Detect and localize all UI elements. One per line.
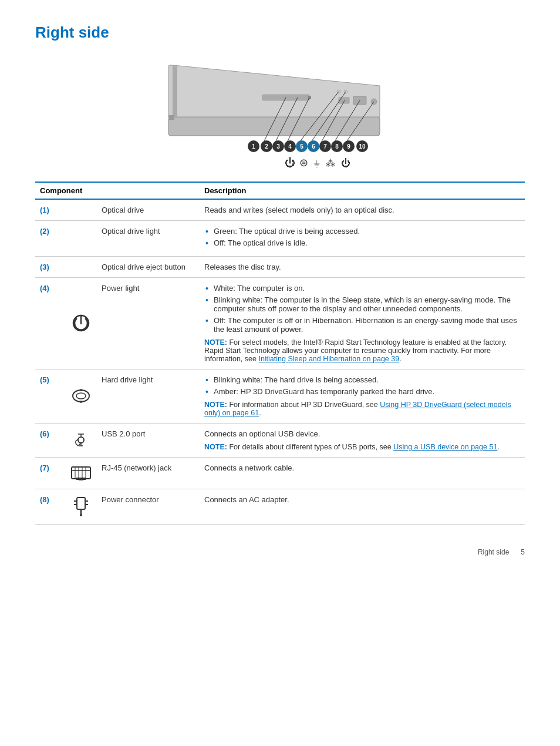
table-row: (8)Power connectorConnects an AC adapter… — [35, 489, 525, 525]
note-link[interactable]: Using a USB device on page 51 — [393, 443, 497, 451]
col-header-component: Component — [35, 182, 200, 199]
row-description: Connects an optional USB device. NOTE: F… — [200, 424, 525, 458]
footer-page: 5 — [521, 548, 525, 556]
svg-text:8: 8 — [335, 143, 339, 150]
svg-rect-3 — [173, 66, 177, 117]
table-row: (1)Optical driveReads and writes (select… — [35, 199, 525, 221]
desc-bullet: White: The computer is on. — [204, 284, 520, 293]
desc-bullet: Blinking white: The hard drive is being … — [204, 375, 520, 384]
page-title: Right side — [35, 23, 525, 42]
svg-point-70 — [80, 514, 82, 516]
svg-point-48 — [76, 393, 86, 399]
row-description: Reads and writes (select models only) to… — [200, 199, 525, 221]
note-label: NOTE: — [204, 401, 227, 409]
row-number: (6) — [35, 424, 65, 458]
svg-text:9: 9 — [347, 143, 350, 150]
note-block: NOTE: For details about different types … — [204, 443, 520, 451]
svg-point-51 — [78, 437, 84, 443]
row-component-name: RJ-45 (network) jack — [97, 458, 200, 489]
row-number: (3) — [35, 257, 65, 278]
svg-rect-7 — [339, 98, 349, 103]
row-icon — [65, 221, 97, 257]
row-component-name: Hard drive light — [97, 369, 200, 424]
row-number: (7) — [35, 458, 65, 489]
row-icon — [65, 278, 97, 369]
row-number: (4) — [35, 278, 65, 369]
note-block: NOTE: For information about HP 3D DriveG… — [204, 401, 520, 417]
svg-text:7: 7 — [323, 143, 327, 150]
row-component-name: Optical drive light — [97, 221, 200, 257]
svg-text:⁂: ⁂ — [326, 158, 335, 168]
row-icon — [65, 199, 97, 221]
svg-text:⏻: ⏻ — [341, 158, 350, 168]
col-header-description: Description — [200, 182, 525, 199]
row-description: Connects an AC adapter. — [200, 489, 525, 525]
row-icon — [65, 424, 97, 458]
row-description: Blinking white: The hard drive is being … — [200, 369, 525, 424]
svg-marker-2 — [173, 65, 380, 117]
svg-text:10: 10 — [359, 143, 366, 150]
row-icon — [65, 369, 97, 424]
footer-label: Right side — [478, 548, 509, 556]
svg-text:⏚: ⏚ — [314, 158, 320, 168]
row-description: Green: The optical drive is being access… — [200, 221, 525, 257]
note-link[interactable]: Initiating Sleep and Hibernation on page… — [258, 355, 399, 363]
note-label: NOTE: — [204, 338, 227, 347]
desc-text: Connects an AC adapter. — [204, 495, 289, 504]
desc-list: Green: The optical drive is being access… — [204, 227, 520, 247]
row-component-name: Optical drive — [97, 199, 200, 221]
desc-bullet: Green: The optical drive is being access… — [204, 227, 520, 236]
svg-text:1: 1 — [252, 143, 255, 150]
note-text: For details about different types of USB… — [229, 443, 393, 451]
svg-rect-64 — [77, 498, 85, 509]
note-label: NOTE: — [204, 443, 227, 451]
table-row: (7)RJ-45 (network) jackConnects a networ… — [35, 458, 525, 489]
page-footer: Right side 5 — [35, 548, 525, 556]
desc-bullet: Off: The computer is off or in Hibernati… — [204, 316, 520, 334]
row-component-name: Power connector — [97, 489, 200, 525]
svg-text:2: 2 — [265, 143, 268, 150]
row-number: (2) — [35, 221, 65, 257]
laptop-diagram-svg: 1 2 3 4 5 6 7 8 9 10 — [133, 53, 427, 171]
row-number: (1) — [35, 199, 65, 221]
desc-bullet: Amber: HP 3D DriveGuard has temporarily … — [204, 387, 520, 396]
row-component-name: Optical drive eject button — [97, 257, 200, 278]
row-description: Connects a network cable. — [200, 458, 525, 489]
desc-list: White: The computer is on.Blinking white… — [204, 284, 520, 334]
desc-text: Reads and writes (select models only) to… — [204, 206, 394, 214]
svg-text:⏻: ⏻ — [285, 157, 295, 169]
desc-bullet: Blinking white: The computer is in the S… — [204, 295, 520, 313]
svg-rect-0 — [168, 65, 173, 118]
row-icon — [65, 458, 97, 489]
svg-rect-56 — [72, 467, 90, 479]
table-row: (5)Hard drive lightBlinking white: The h… — [35, 369, 525, 424]
note-block: NOTE: For select models, the Intel® Rapi… — [204, 338, 520, 363]
svg-point-47 — [73, 390, 89, 402]
svg-text:5: 5 — [300, 143, 303, 150]
row-component-name: USB 2.0 port — [97, 424, 200, 458]
svg-text:⊜: ⊜ — [299, 157, 308, 169]
row-description: White: The computer is on.Blinking white… — [200, 278, 525, 369]
svg-text:4: 4 — [288, 143, 292, 150]
svg-text:6: 6 — [312, 143, 315, 150]
row-icon — [65, 489, 97, 525]
table-row: (3)Optical drive eject buttonReleases th… — [35, 257, 525, 278]
table-row: (6)USB 2.0 portConnects an optional USB … — [35, 424, 525, 458]
table-row: (2)Optical drive lightGreen: The optical… — [35, 221, 525, 257]
row-component-name: Power light — [97, 278, 200, 369]
desc-text: Releases the disc tray. — [204, 263, 281, 271]
desc-text: Connects a network cable. — [204, 463, 294, 472]
row-number: (8) — [35, 489, 65, 525]
desc-text: Connects an optional USB device. — [204, 429, 320, 438]
row-icon — [65, 257, 97, 278]
components-table: Component Description (1)Optical driveRe… — [35, 182, 525, 525]
desc-bullet: Off: The optical drive is idle. — [204, 238, 520, 247]
table-row: (4)Power lightWhite: The computer is on.… — [35, 278, 525, 369]
laptop-diagram: 1 2 3 4 5 6 7 8 9 10 — [35, 53, 525, 171]
note-text: For information about HP 3D DriveGuard, … — [229, 401, 380, 409]
row-description: Releases the disc tray. — [200, 257, 525, 278]
svg-text:3: 3 — [276, 143, 280, 150]
desc-list: Blinking white: The hard drive is being … — [204, 375, 520, 396]
row-number: (5) — [35, 369, 65, 424]
svg-rect-4 — [168, 115, 174, 120]
